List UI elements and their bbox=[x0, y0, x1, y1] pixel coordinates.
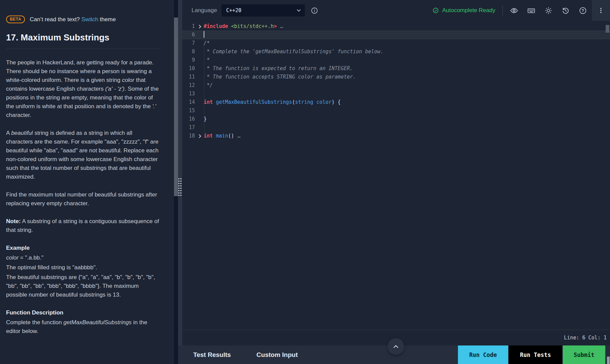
history-icon[interactable] bbox=[561, 6, 570, 15]
line-number: 18 bbox=[182, 132, 195, 140]
brightness-icon[interactable] bbox=[544, 6, 553, 15]
text-segment: The beautiful substrings are {"a", "a", … bbox=[6, 274, 155, 298]
text-segment: string is defined as a string in which a… bbox=[6, 130, 158, 180]
tab-test-results[interactable]: Test Results bbox=[193, 351, 231, 359]
line-number: 15 bbox=[182, 107, 195, 115]
fold-gutter bbox=[195, 115, 204, 123]
fold-gutter bbox=[195, 64, 204, 73]
line-number: 9 bbox=[182, 56, 195, 64]
problem-title: 17. Maximum Substrings bbox=[6, 32, 161, 43]
info-icon[interactable] bbox=[311, 7, 318, 14]
text-segment: A bbox=[6, 130, 11, 136]
fold-gutter bbox=[195, 90, 204, 98]
cursor-position: Line: 6 Col: 1 bbox=[564, 335, 607, 341]
problem-paragraph: A beautiful string is defined as a strin… bbox=[6, 129, 161, 181]
text-segment: character. bbox=[6, 112, 31, 118]
theme-prompt: Can’t read the text? Switch theme bbox=[30, 16, 116, 23]
code-line[interactable]: 8 * Complete the 'getMaxBeautifulSubstri… bbox=[182, 48, 610, 56]
kebab-menu-icon[interactable] bbox=[592, 0, 610, 21]
line-number: 14 bbox=[182, 98, 195, 107]
line-number: 13 bbox=[182, 90, 195, 98]
code-text: */ bbox=[204, 81, 213, 90]
help-icon[interactable]: ? bbox=[579, 6, 587, 15]
svg-text:?: ? bbox=[582, 8, 584, 13]
panel-splitter[interactable] bbox=[178, 0, 182, 364]
run-tests-button[interactable]: Run Tests bbox=[509, 345, 562, 364]
page-scrollbar-thumb[interactable] bbox=[607, 357, 610, 364]
code-line[interactable]: 6 bbox=[182, 31, 610, 39]
beta-badge: BETA bbox=[6, 16, 25, 23]
chevron-down-icon bbox=[297, 8, 300, 11]
line-number: 11 bbox=[182, 73, 195, 81]
line-number: 1 bbox=[182, 22, 195, 31]
code-line[interactable]: 17 bbox=[182, 123, 610, 132]
code-text: * Complete the 'getMaxBeautifulSubstring… bbox=[204, 48, 383, 56]
text-segment: ('a' - 'z') bbox=[105, 86, 124, 92]
fold-chevron-icon[interactable] bbox=[195, 22, 204, 31]
fold-gutter bbox=[195, 48, 204, 56]
keyboard-icon[interactable] bbox=[527, 6, 535, 15]
folded-code-ellipsis[interactable]: … bbox=[280, 23, 284, 29]
text-segment: color bbox=[122, 77, 135, 83]
text-segment: theme bbox=[98, 16, 116, 23]
code-line[interactable]: 9 * bbox=[182, 56, 610, 64]
problem-paragraph: Find the maximum total number of beautif… bbox=[6, 190, 161, 208]
action-buttons: Run Code Run Tests Submit bbox=[458, 345, 605, 364]
tab-custom-input[interactable]: Custom Input bbox=[257, 351, 298, 359]
code-line[interactable]: 7/* bbox=[182, 39, 610, 48]
submit-button[interactable]: Submit bbox=[563, 345, 605, 364]
text-segment: A substring of a string is a contiguous … bbox=[6, 218, 159, 233]
fold-chevron-icon[interactable] bbox=[195, 132, 204, 140]
code-line[interactable]: 18int main()… bbox=[182, 132, 610, 140]
code-line[interactable]: 12 */ bbox=[182, 81, 610, 90]
code-line[interactable]: 14int getMaxBeautifulSubstrings(string c… bbox=[182, 98, 610, 107]
code-line[interactable]: 13 bbox=[182, 90, 610, 98]
chevron-up-icon bbox=[394, 345, 398, 350]
problem-scrollbar-thumb[interactable] bbox=[174, 18, 178, 196]
code-line[interactable]: 16} bbox=[182, 115, 610, 123]
code-line[interactable]: 1#include <bits/stdc++.h>… bbox=[182, 22, 610, 31]
text-segment: Function Description bbox=[6, 309, 63, 316]
problem-paragraph: The beautiful substrings are {"a", "a", … bbox=[6, 273, 161, 299]
language-select[interactable]: C++20 bbox=[222, 4, 305, 17]
fold-gutter bbox=[195, 98, 204, 107]
splitter-grip-icon bbox=[178, 178, 182, 196]
code-text: * The function accepts STRING color as p… bbox=[204, 73, 356, 81]
line-number: 10 bbox=[182, 64, 195, 73]
text-segment: The optimal filled string is "aabbbb". bbox=[6, 264, 97, 271]
toolbar-right: Autocomplete Ready bbox=[432, 0, 610, 21]
problem-scrollbar-track[interactable] bbox=[174, 0, 178, 364]
code-line[interactable]: 10 * The function is expected to return … bbox=[182, 64, 610, 73]
problem-paragraph: The people in HackerLand, are getting re… bbox=[6, 58, 161, 120]
run-code-button[interactable]: Run Code bbox=[458, 345, 508, 364]
code-text: /* bbox=[204, 39, 210, 48]
text-segment: Note: bbox=[6, 218, 21, 224]
editor-scrollbar-thumb[interactable] bbox=[606, 25, 609, 33]
bottom-tabs: Test Results Custom Input bbox=[193, 351, 298, 359]
text-segment: beautiful bbox=[11, 130, 33, 136]
problem-panel: BETA Can’t read the text? Switch theme 1… bbox=[0, 0, 174, 364]
text-segment: '.' bbox=[152, 103, 156, 110]
language-label: Language bbox=[192, 7, 217, 14]
autocomplete-status: Autocomplete Ready bbox=[432, 7, 495, 14]
fold-gutter bbox=[195, 107, 204, 115]
code-text bbox=[204, 31, 204, 39]
code-editor[interactable]: 1#include <bits/stdc++.h>…67/*8 * Comple… bbox=[182, 21, 610, 330]
autocomplete-status-text: Autocomplete Ready bbox=[442, 7, 495, 14]
language-value: C++20 bbox=[226, 7, 241, 13]
eye-icon[interactable] bbox=[510, 6, 518, 15]
switch-theme-link[interactable]: Switch bbox=[81, 16, 98, 23]
editor-toolbar: Language C++20 Autocomplete Ready bbox=[182, 0, 610, 21]
title-divider bbox=[6, 49, 161, 49]
problem-paragraph: The optimal filled string is "aabbbb". bbox=[6, 263, 161, 272]
code-line[interactable]: 11 * The function accepts STRING color a… bbox=[182, 73, 610, 81]
toolbar-divider bbox=[502, 5, 503, 16]
line-number: 7 bbox=[182, 39, 195, 48]
problem-paragraph: Function Description bbox=[6, 308, 161, 317]
expand-panel-button[interactable] bbox=[388, 338, 404, 355]
code-line[interactable]: 15 bbox=[182, 107, 610, 115]
fold-gutter bbox=[195, 81, 204, 90]
folded-code-ellipsis[interactable]: … bbox=[237, 133, 241, 139]
text-cursor bbox=[204, 31, 204, 38]
problem-paragraph: Example bbox=[6, 244, 161, 252]
